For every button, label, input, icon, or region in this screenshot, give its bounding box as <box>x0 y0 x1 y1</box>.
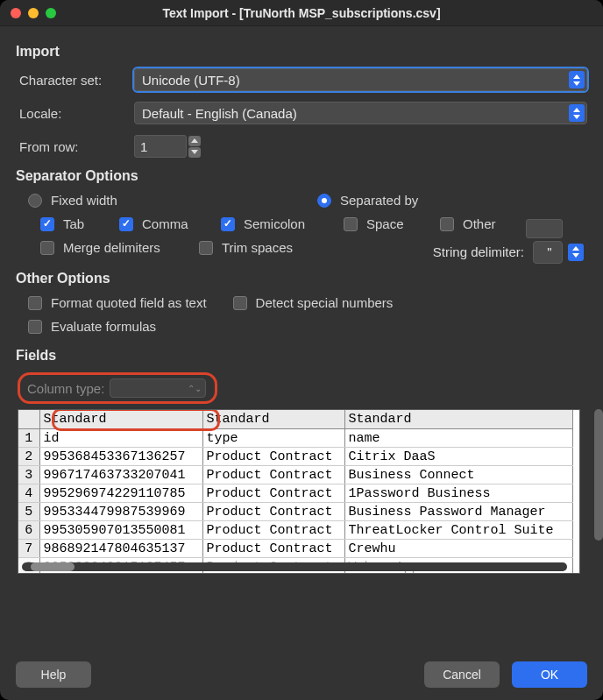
window-title: Text Import - [TruNorth MSP_subscription… <box>0 6 603 20</box>
col-type-header[interactable]: Standard <box>39 410 202 428</box>
chevron-updown-icon: ⌃⌄ <box>188 384 202 393</box>
chevron-updown-icon <box>568 244 584 261</box>
ok-button[interactable]: OK <box>512 661 587 688</box>
svg-marker-7 <box>572 253 579 258</box>
stepper-down-icon[interactable] <box>188 147 201 158</box>
label-string-delimiter: String delimiter: <box>433 244 524 259</box>
vertical-scrollbar[interactable] <box>594 409 603 541</box>
check-tab[interactable]: Tab <box>40 216 102 231</box>
check-quoted-as-text[interactable]: Format quoted field as text <box>28 295 207 310</box>
svg-marker-0 <box>573 74 580 79</box>
col-type-header[interactable]: Standard <box>344 410 572 428</box>
titlebar: Text Import - [TruNorth MSP_subscription… <box>0 0 603 26</box>
fromrow-stepper[interactable]: 1 <box>134 135 201 158</box>
preview-table-container[interactable]: Standard Standard Standard 1idtypename 2… <box>18 409 580 574</box>
dialog-window: Text Import - [TruNorth MSP_subscription… <box>0 0 603 700</box>
charset-value: Unicode (UTF-8) <box>142 73 240 88</box>
column-type-highlight: Column type: ⌃⌄ <box>18 372 217 404</box>
help-button[interactable]: Help <box>16 661 91 688</box>
svg-marker-4 <box>191 138 198 143</box>
section-fields: Fields <box>16 348 587 364</box>
label-charset: Character set: <box>16 73 134 88</box>
col-type-header[interactable]: Standard <box>202 410 344 428</box>
check-other[interactable]: Other <box>440 216 515 231</box>
chevron-updown-icon <box>569 104 585 122</box>
stepper-up-icon[interactable] <box>188 136 201 146</box>
preview-table[interactable]: Standard Standard Standard 1idtypename 2… <box>18 410 573 574</box>
label-column-type: Column type: <box>27 381 104 396</box>
check-comma[interactable]: Comma <box>119 216 203 231</box>
radio-fixed-width[interactable]: Fixed width <box>28 193 300 208</box>
charset-select[interactable]: Unicode (UTF-8) <box>134 68 587 91</box>
label-locale: Locale: <box>16 106 134 121</box>
svg-marker-5 <box>191 150 198 154</box>
chevron-updown-icon <box>569 71 585 88</box>
label-fromrow: From row: <box>16 139 134 154</box>
stepper-buttons[interactable] <box>188 135 201 158</box>
locale-value: Default - English (Canada) <box>142 106 297 121</box>
dialog-footer: Help Cancel OK <box>0 649 603 700</box>
check-semicolon[interactable]: Semicolon <box>221 216 326 231</box>
svg-marker-2 <box>573 108 580 112</box>
section-other: Other Options <box>16 271 587 286</box>
corner-cell <box>18 410 39 428</box>
check-space[interactable]: Space <box>344 216 422 231</box>
check-merge-delimiters[interactable]: Merge delimiters <box>40 240 160 255</box>
section-separator: Separator Options <box>16 168 587 184</box>
section-import: Import <box>16 44 587 60</box>
horizontal-scrollbar[interactable] <box>22 562 567 571</box>
other-delimiter-input[interactable] <box>526 219 563 238</box>
check-trim-spaces[interactable]: Trim spaces <box>199 240 293 255</box>
fromrow-input[interactable]: 1 <box>134 135 187 158</box>
radio-separated-by[interactable]: Separated by <box>317 193 418 208</box>
check-detect-numbers[interactable]: Detect special numbers <box>233 295 394 310</box>
svg-marker-6 <box>572 246 579 251</box>
check-evaluate-formulas[interactable]: Evaluate formulas <box>28 319 156 334</box>
column-type-select[interactable]: ⌃⌄ <box>110 378 206 398</box>
locale-select[interactable]: Default - English (Canada) <box>134 102 587 124</box>
svg-marker-3 <box>573 115 580 119</box>
cancel-button[interactable]: Cancel <box>424 661 500 688</box>
string-delimiter-select[interactable]: " <box>533 241 563 264</box>
svg-marker-1 <box>573 81 580 86</box>
